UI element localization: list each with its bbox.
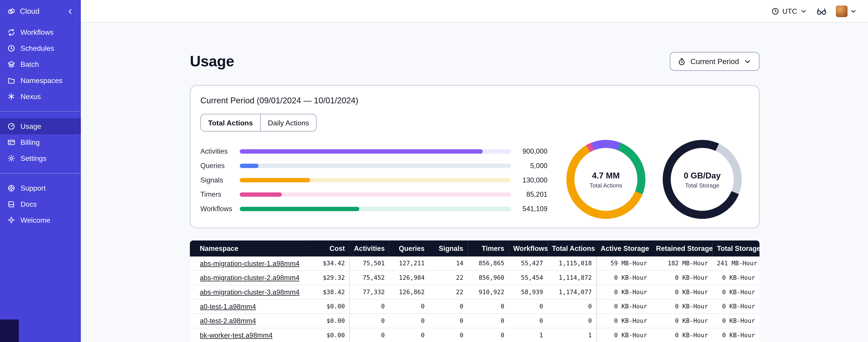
namespace-link[interactable]: a0-test-1.a98mm4	[200, 303, 256, 310]
usage-bar-row-queries: Queries5,000	[200, 159, 548, 173]
value-cell: 856,865	[468, 256, 509, 271]
namespace-link[interactable]: bk-worker-test.a98mm4	[200, 332, 273, 339]
tab-daily-actions[interactable]: Daily Actions	[260, 114, 316, 131]
value-cell: 182 MB-Hour	[652, 256, 713, 271]
namespaces-icon	[7, 76, 16, 84]
sidebar-item-label: Workflows	[21, 28, 54, 37]
sidebar-item-usage[interactable]: Usage	[0, 118, 81, 134]
usage-bar-row-timers: Timers85,201	[200, 187, 548, 202]
column-header: Activities	[349, 240, 389, 256]
namespace-link[interactable]: abs-migration-cluster-2.a98mm4	[200, 274, 300, 281]
column-header: Timers	[468, 240, 509, 256]
value-cell: 0	[468, 300, 509, 314]
value-cell: 0 KB-Hour	[713, 285, 760, 300]
table-row: abs-migration-cluster-1.a98mm4$34.4275,5…	[190, 256, 759, 271]
bar-track	[240, 178, 511, 182]
bar-fill	[240, 207, 359, 211]
sidebar-item-workflows[interactable]: Workflows	[0, 24, 81, 40]
schedules-icon	[7, 44, 16, 53]
namespace-cell: a0-test-1.a98mm4	[190, 300, 306, 314]
value-cell: 0	[548, 314, 596, 329]
value-cell: $0.00	[306, 300, 349, 314]
value-cell: 1	[548, 328, 596, 342]
value-cell: 0 KB-Hour	[713, 271, 760, 285]
column-header: Total Actions	[548, 240, 596, 256]
total-storage-value: 0 GB/Day	[684, 171, 720, 180]
value-cell: 0	[349, 328, 389, 342]
value-cell: 0	[429, 300, 468, 314]
sidebar-item-label: Settings	[21, 154, 46, 163]
namespace-link[interactable]: abs-migration-cluster-3.a98mm4	[200, 288, 300, 296]
value-cell: 0	[349, 300, 389, 314]
value-cell: 0	[429, 328, 468, 342]
welcome-icon	[7, 216, 16, 225]
batch-icon	[7, 60, 16, 69]
card-title: Current Period (09/01/2024 — 10/01/2024)	[200, 96, 749, 105]
account-menu[interactable]	[836, 5, 857, 17]
bar-label: Signals	[200, 176, 240, 184]
sidebar-collapse-button[interactable]	[65, 6, 75, 16]
value-cell: $38.42	[306, 285, 349, 300]
timezone-selector[interactable]: UTC	[771, 7, 807, 15]
value-cell: 0	[509, 314, 548, 329]
sidebar-item-schedules[interactable]: Schedules	[0, 40, 81, 57]
value-cell: 0 KB-Hour	[596, 328, 652, 342]
namespace-cell: abs-migration-cluster-1.a98mm4	[190, 256, 306, 271]
value-cell: 14	[429, 256, 468, 271]
table-row: a0-test-1.a98mm4$0.000000000 KB-Hour0 KB…	[190, 300, 759, 314]
bar-fill	[240, 193, 282, 197]
bar-track	[240, 193, 511, 197]
value-cell: 856,960	[468, 271, 509, 285]
bar-value: 900,000	[511, 147, 548, 155]
value-cell: 0	[548, 300, 596, 314]
settings-icon	[7, 154, 16, 163]
value-cell: 0 KB-Hour	[713, 314, 760, 329]
total-actions-donut: 4.7 MM Total Actions	[566, 140, 646, 219]
value-cell: 1,114,872	[548, 271, 596, 285]
table-row: abs-migration-cluster-2.a98mm4$29.3275,4…	[190, 271, 759, 285]
tab-total-actions[interactable]: Total Actions	[201, 114, 260, 131]
namespace-link[interactable]: a0-test-2.a98mm4	[200, 317, 256, 324]
value-cell: $29.32	[306, 271, 349, 285]
sidebar-item-welcome[interactable]: Welcome	[0, 212, 81, 228]
value-cell: 0	[468, 328, 509, 342]
value-cell: 0	[509, 300, 548, 314]
sidebar-item-label: Usage	[21, 122, 41, 131]
value-cell: 910,922	[468, 285, 509, 300]
sidebar-item-label: Support	[21, 184, 46, 193]
bar-fill	[240, 149, 483, 154]
bar-fill	[240, 178, 310, 182]
brand-row: Cloud	[0, 0, 81, 23]
period-selector-button[interactable]: Current Period	[670, 52, 759, 71]
sidebar-group: SupportDocsWelcome	[0, 173, 81, 228]
sidebar-item-batch[interactable]: Batch	[0, 57, 81, 72]
total-storage-donut: 0 GB/Day Total Storage	[663, 140, 742, 219]
value-cell: 127,211	[389, 256, 429, 271]
column-header: Namespace	[190, 240, 306, 256]
sidebar-item-nexus[interactable]: Nexus	[0, 89, 81, 104]
bar-label: Timers	[200, 191, 240, 198]
sidebar-item-support[interactable]: Support	[0, 180, 81, 196]
sidebar-item-label: Docs	[21, 200, 37, 208]
value-cell: 126,862	[389, 285, 429, 300]
support-icon	[7, 184, 16, 193]
sidebar-item-billing[interactable]: Billing	[0, 134, 81, 150]
namespace-cell: bk-worker-test.a98mm4	[190, 328, 306, 342]
glasses-icon[interactable]	[816, 6, 827, 17]
value-cell: 0 KB-Hour	[652, 314, 713, 329]
column-header: Cost	[306, 240, 349, 256]
value-cell: 0 KB-Hour	[596, 314, 652, 329]
table-row: bk-worker-test.a98mm4$0.000000110 KB-Hou…	[190, 328, 759, 342]
value-cell: 0 KB-Hour	[596, 271, 652, 285]
billing-icon	[7, 138, 16, 147]
sidebar-item-namespaces[interactable]: Namespaces	[0, 72, 81, 89]
value-cell: 0 KB-Hour	[652, 328, 713, 342]
app-window: Cloud WorkflowsSchedulesBatchNamespacesN…	[0, 0, 868, 342]
bar-value: 130,000	[511, 176, 548, 184]
workflows-icon	[7, 28, 16, 37]
avatar	[836, 5, 847, 17]
namespace-link[interactable]: abs-migration-cluster-1.a98mm4	[200, 260, 300, 267]
sidebar-item-docs[interactable]: Docs	[0, 196, 81, 212]
bar-value: 5,000	[511, 162, 548, 170]
sidebar-item-settings[interactable]: Settings	[0, 150, 81, 166]
